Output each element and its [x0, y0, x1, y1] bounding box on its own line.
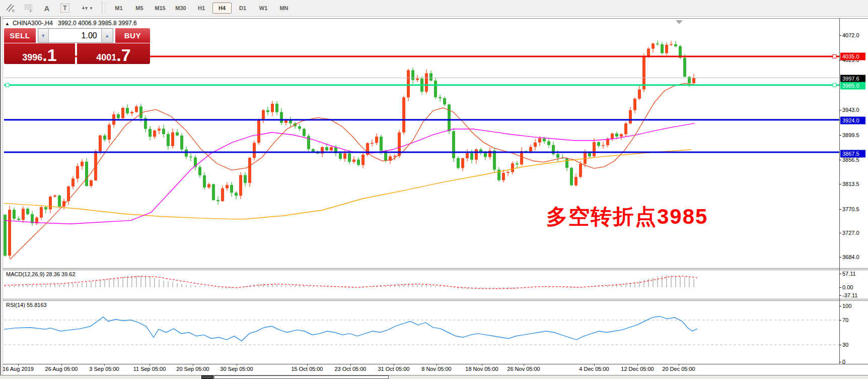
indicator-tick-mark [839, 306, 841, 306]
timeframe-button-h4[interactable]: H4 [212, 3, 232, 14]
chart-tab[interactable] [214, 375, 389, 379]
time-tick-label: 20 Dec 05:00 [662, 366, 695, 372]
price-tick-label: 3856.5 [842, 157, 859, 163]
timeframe-button-m1[interactable]: M1 [109, 3, 128, 14]
indicator-tick-mark [839, 295, 841, 296]
text-label-icon: T [60, 4, 69, 13]
price-tick-mark [839, 233, 841, 233]
chart-header: ▲CHINA300-,H43992.0 4006.9 3985.8 3997.6 [5, 20, 137, 27]
indicator-tick-label: 70 [842, 317, 848, 323]
spinner-up-icon: ▲ [105, 33, 109, 38]
volume-spinner: ▼ 1.00 ▲ [38, 28, 113, 43]
price-tag-3997.6: 3997.6 [840, 75, 865, 83]
macd-pane-bottom-border [3, 299, 868, 299]
price-tick-label: 3943.0 [842, 107, 859, 113]
price-axis-border [839, 18, 840, 364]
timeframe-button-m5[interactable]: M5 [130, 3, 149, 14]
indicator-tick-label: 100 [842, 303, 851, 309]
rsi-canvas[interactable] [0, 301, 839, 364]
one-click-trading-panel: SELL ▼ 1.00 ▲ BUY 3996.1 4001.7 [4, 28, 150, 64]
arrows-icon [80, 3, 90, 13]
price-tick-label: 3770.5 [842, 206, 859, 212]
chart-shift-marker [676, 20, 683, 24]
price-tag-3924.0: 3924.0 [840, 117, 865, 124]
indicator-tick-label: 57.11 [842, 271, 856, 277]
time-tick-label: 23 Oct 05:00 [335, 366, 367, 372]
rsi-label: RSI(14) 55.8163 [6, 302, 47, 308]
timeframe-button-d1[interactable]: D1 [233, 3, 252, 14]
time-tick-label: 18 Nov 05:00 [465, 366, 498, 372]
price-tick-label: 3684.0 [842, 254, 859, 260]
equidistant-channel-tool-button[interactable]: E [3, 1, 18, 15]
svg-text:F: F [30, 9, 32, 13]
line-handle[interactable] [6, 83, 9, 87]
time-tick-label: 30 Sep 05:00 [220, 366, 253, 372]
fibonacci-tool-button[interactable]: F [21, 1, 36, 15]
timeframe-button-m30[interactable]: M30 [171, 3, 190, 14]
ask-decimal: .7 [116, 47, 130, 62]
timeframe-button-h1[interactable]: H1 [192, 3, 211, 14]
arrows-tool-button[interactable]: ▾ [76, 1, 97, 15]
macd-canvas[interactable] [0, 270, 839, 299]
charts-tab-bar [0, 375, 868, 379]
macd-label: MACD(12,26,9) 28.36 39.62 [6, 271, 76, 277]
price-pane-bottom-border [3, 268, 868, 269]
volume-up-button[interactable]: ▲ [101, 29, 113, 42]
price-tick-label: 3899.5 [842, 132, 859, 138]
chevron-down-icon: ▾ [90, 6, 93, 11]
text-tool-button[interactable]: A [39, 1, 54, 15]
volume-down-button[interactable]: ▼ [38, 29, 49, 42]
line-handle[interactable] [833, 55, 836, 58]
time-tick-label: 31 Oct 05:00 [378, 366, 410, 372]
timeframe-button-mn[interactable]: MN [274, 3, 294, 14]
label-tool-button[interactable]: T [57, 1, 73, 15]
ask-price[interactable]: 4001.7 [77, 43, 150, 64]
buy-button[interactable]: BUY [115, 28, 150, 43]
price-tick-mark [839, 110, 841, 110]
indicator-tick-label: 30 [842, 342, 848, 348]
volume-input[interactable]: 1.00 [49, 29, 101, 42]
text-a-icon: A [44, 4, 50, 13]
sell-button[interactable]: SELL [4, 28, 36, 43]
toolbar: E F A T ▾ M1M5M15M30H1H4D1W1MN [0, 0, 868, 17]
timeframe-button-w1[interactable]: W1 [254, 3, 273, 14]
indicator-tick-label: 0.00 [842, 284, 853, 290]
macd-signal-line [4, 276, 697, 289]
chart-tab-active[interactable] [201, 375, 213, 379]
trading-platform-window: E F A T ▾ M1M5M15M30H1H4D1W1MN [0, 0, 868, 379]
svg-text:E: E [12, 9, 15, 13]
time-tick-label: 15 Oct 05:00 [292, 366, 323, 372]
price-tick-mark [839, 184, 841, 184]
ask-main-digits: 4001 [96, 52, 116, 62]
indicator-tick-mark [839, 274, 841, 274]
timeframe-button-m15[interactable]: M15 [151, 3, 170, 14]
price-tick-mark [839, 135, 841, 136]
time-tick-label: 20 Sep 05:00 [176, 366, 209, 372]
indicator-tick-label: 0 [842, 359, 845, 365]
indicator-tick-mark [839, 320, 841, 321]
time-tick-label: 26 Aug 05:00 [45, 366, 78, 372]
equidistant-channel-icon: E [6, 3, 16, 13]
collapse-arrow-icon[interactable]: ▲ [5, 21, 10, 26]
time-tick-label: 3 Sep 05:00 [89, 366, 119, 372]
toolbar-separator [102, 2, 105, 14]
timeframe-group: M1M5M15M30H1H4D1W1MN [109, 3, 295, 14]
time-tick-label: 11 Sep 05:00 [133, 366, 166, 372]
price-tick-label: 4072.0 [842, 32, 859, 38]
price-tick-label: 3813.5 [842, 181, 859, 187]
bid-price[interactable]: 3996.1 [4, 43, 75, 64]
ma-fast-line [10, 83, 697, 259]
spinner-down-icon: ▼ [41, 33, 45, 38]
time-axis-border [3, 364, 868, 364]
chart-annotation[interactable]: 多空转折点3985 [546, 203, 708, 231]
indicator-tick-mark [839, 287, 841, 288]
indicator-tick-mark [839, 362, 841, 362]
time-tick-label: 26 Nov 05:00 [507, 366, 540, 372]
price-tag-3867.5: 3867.5 [840, 150, 865, 158]
price-tick-mark [839, 257, 841, 258]
price-tick-mark [839, 35, 841, 36]
line-handle[interactable] [833, 83, 836, 87]
bid-main-digits: 3996 [22, 52, 42, 62]
time-tick-label: 16 Aug 2019 [3, 366, 34, 372]
ohlc-readout: 3992.0 4006.9 3985.8 3997.6 [58, 20, 137, 27]
